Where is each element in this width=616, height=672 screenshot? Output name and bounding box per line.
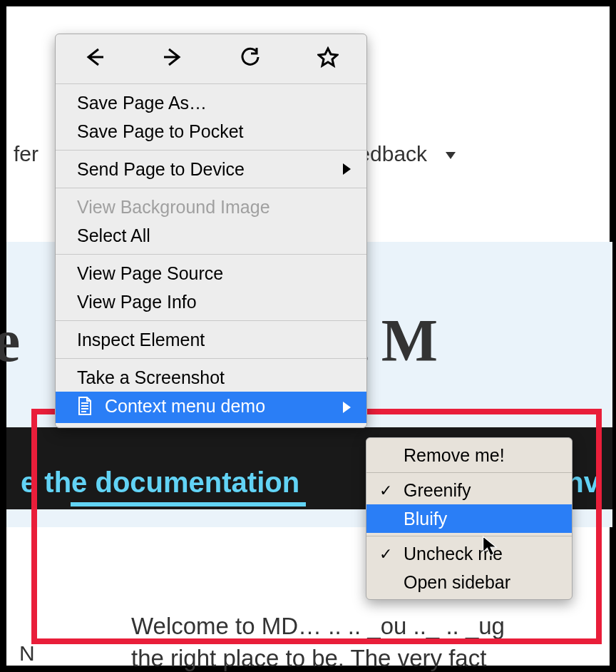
reload-icon[interactable] [240,46,261,72]
menu-item-inspect[interactable]: Inspect Element [56,325,366,354]
nav-fragment-left: fer [14,142,38,166]
context-menu: Save Page As… Save Page to Pocket Send P… [55,34,367,428]
menu-item-view-bg-image: View Background Image [56,193,366,221]
body-line-2: the right place to be. The very fact [131,645,486,672]
context-menu-nav-row [56,34,366,84]
check-icon: ✓ [379,479,392,503]
menu-item-send-to-device[interactable]: Send Page to Device [56,155,366,183]
forward-icon[interactable] [162,46,183,72]
body-fragment-left: N [19,641,35,666]
menu-item-save-page-as[interactable]: Save Page As… [56,88,366,117]
menu-item-view-info[interactable]: View Page Info [56,287,366,316]
submenu-item-uncheck-me[interactable]: ✓ Uncheck me [366,539,572,568]
back-icon[interactable] [84,46,106,72]
submenu-item-bluify[interactable]: Bluify [366,504,572,533]
menu-item-context-menu-demo[interactable]: Context menu demo [56,392,366,423]
menu-item-select-all[interactable]: Select All [56,221,366,250]
submenu-item-remove-me[interactable]: Remove me! [366,441,572,469]
nav-fragment-right[interactable]: edback [358,142,470,166]
menu-item-screenshot[interactable]: Take a Screenshot [56,363,366,392]
menu-item-save-to-pocket[interactable]: Save Page to Pocket [56,117,366,146]
submenu-arrow-icon [343,163,351,175]
submenu-arrow-icon [343,402,351,413]
document-icon [77,397,93,421]
submenu-item-open-sidebar[interactable]: Open sidebar [366,568,572,596]
star-icon[interactable] [317,46,339,72]
context-submenu: Remove me! ✓ Greenify Bluify ✓ Uncheck m… [366,437,573,600]
chevron-down-icon [446,152,456,159]
cursor-icon [481,536,500,560]
submenu-item-greenify[interactable]: ✓ Greenify [366,476,572,504]
check-icon: ✓ [379,542,392,566]
menu-item-view-source[interactable]: View Page Source [56,259,366,287]
